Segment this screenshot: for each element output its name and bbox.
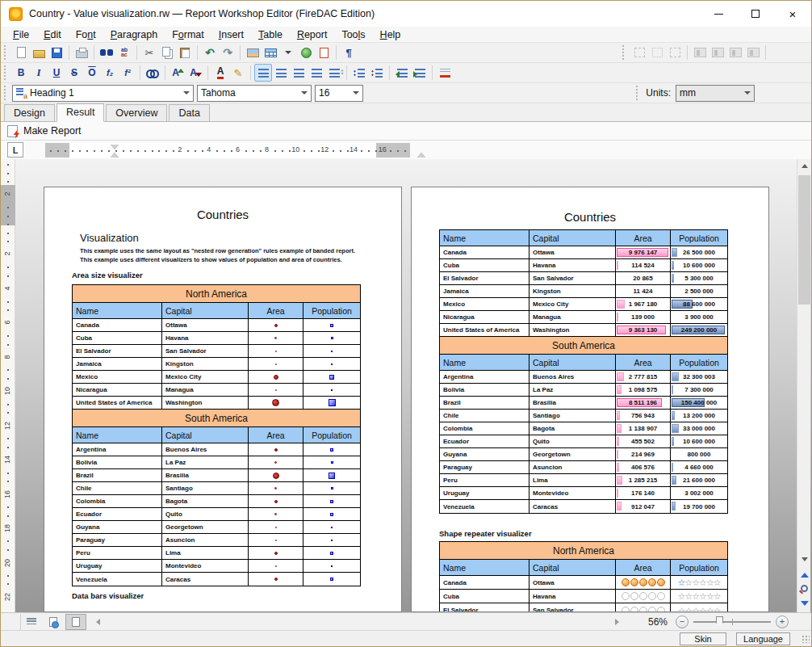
style-combo[interactable]: Heading 1: [12, 85, 194, 102]
tab-design[interactable]: Design: [4, 104, 55, 121]
font-shrink-button[interactable]: A: [186, 64, 204, 82]
columns-2-icon: [712, 48, 724, 57]
subscript-button[interactable]: f₂: [101, 64, 119, 82]
menu-help[interactable]: Help: [373, 27, 408, 43]
menu-paragraph[interactable]: Paragraph: [103, 27, 165, 43]
insert-image-button[interactable]: [244, 44, 262, 61]
right-indent-marker[interactable]: [417, 153, 425, 158]
underline-button[interactable]: U: [48, 64, 65, 82]
zoom-slider-thumb[interactable]: [716, 616, 723, 628]
vertical-scrollbar[interactable]: [797, 159, 810, 612]
cut-button[interactable]: ✂: [140, 44, 158, 61]
redo-button[interactable]: ↷: [219, 44, 236, 61]
population-value: 7 300 000: [671, 386, 727, 393]
left-indent-marker[interactable]: [111, 153, 119, 158]
numbered-list-button[interactable]: [368, 64, 386, 82]
superscript-button[interactable]: f²: [119, 64, 136, 82]
insert-table-button[interactable]: [262, 44, 279, 61]
bottom-border-button[interactable]: [436, 64, 454, 82]
horizontal-ruler: 246810121416: [45, 143, 410, 158]
undo-button[interactable]: ↶: [201, 44, 219, 61]
tab-stop-selector[interactable]: L: [7, 142, 23, 158]
menu-file[interactable]: File: [6, 27, 36, 43]
hyperlink-button[interactable]: [297, 44, 315, 61]
zoom-out-button[interactable]: −: [676, 615, 689, 628]
new-document-button[interactable]: [12, 44, 30, 61]
web-layout-button[interactable]: [43, 614, 64, 630]
menu-font[interactable]: Font: [69, 27, 103, 43]
resize-grip[interactable]: [802, 635, 810, 643]
paste-button[interactable]: [176, 44, 194, 61]
scroll-down-button[interactable]: [797, 552, 811, 566]
minimize-button[interactable]: [700, 1, 737, 27]
replace-button[interactable]: abac: [115, 44, 133, 61]
scroll-up-button[interactable]: [797, 159, 811, 173]
menu-edit[interactable]: Edit: [36, 27, 69, 43]
bold-button[interactable]: B: [12, 64, 30, 82]
font-size-combo[interactable]: 16: [315, 85, 363, 102]
align-center-button[interactable]: [272, 64, 290, 82]
units-combo[interactable]: mm: [676, 85, 755, 102]
skin-button[interactable]: Skin: [680, 632, 726, 645]
country-name-cell: Canada: [440, 246, 529, 258]
capital-cell: Havana: [529, 590, 616, 603]
close-button[interactable]: ×: [774, 1, 811, 27]
menu-report[interactable]: Report: [290, 27, 335, 43]
frame-1-icon: [634, 48, 645, 57]
align-justify-button[interactable]: [308, 64, 325, 82]
population-bar-cell: 33 000 000: [671, 422, 727, 435]
make-report-button[interactable]: Make Report: [23, 125, 82, 137]
tab-result[interactable]: Result: [57, 103, 104, 122]
font-grow-button[interactable]: A: [169, 64, 186, 82]
scroll-left-button[interactable]: [91, 615, 104, 629]
increase-indent-button[interactable]: [411, 64, 429, 82]
language-button[interactable]: Language: [736, 632, 790, 645]
copy-button[interactable]: [158, 44, 176, 61]
maximize-button[interactable]: [737, 1, 774, 27]
decrease-indent-button[interactable]: [393, 64, 411, 82]
first-line-indent-marker[interactable]: [111, 145, 119, 149]
ruler-tick: [7, 173, 9, 174]
font-combo[interactable]: Tahoma: [197, 85, 312, 102]
paste-special-button[interactable]: [315, 44, 333, 61]
align-right-button[interactable]: [290, 64, 308, 82]
align-left-button[interactable]: [254, 64, 272, 82]
menu-table[interactable]: Table: [251, 27, 290, 43]
previous-page-button[interactable]: [797, 568, 811, 582]
population-square: [331, 540, 333, 541]
capital-cell: Quito: [529, 435, 616, 447]
line-spacing-button[interactable]: [325, 64, 343, 82]
capital-cell: Havana: [529, 259, 616, 271]
highlight-button[interactable]: ✎: [229, 64, 247, 82]
formatting-marks-button[interactable]: ¶: [340, 44, 358, 61]
menu-insert[interactable]: Insert: [211, 27, 251, 43]
open-button[interactable]: [30, 44, 48, 61]
ruler-tick: [7, 549, 9, 551]
bullet-list-button[interactable]: [350, 64, 368, 82]
tab-data[interactable]: Data: [169, 104, 209, 121]
font-color-button[interactable]: A: [211, 64, 229, 82]
column-header: Capital: [162, 427, 249, 443]
menu-format[interactable]: Format: [165, 27, 211, 43]
glasses-button[interactable]: [144, 64, 161, 82]
page-layout-button[interactable]: [65, 614, 86, 630]
zoom-slider[interactable]: [693, 621, 771, 623]
table-dropdown-button[interactable]: [279, 44, 297, 61]
next-page-button[interactable]: [797, 596, 811, 610]
browse-object-button[interactable]: [797, 582, 811, 595]
overline-button[interactable]: O: [83, 64, 101, 82]
ruler-tick: [152, 150, 153, 152]
find-button[interactable]: [98, 44, 115, 61]
page-title: Countries: [44, 208, 401, 221]
scroll-right-button[interactable]: [611, 615, 624, 629]
paragraph-style-icon: [16, 88, 27, 98]
menu-tools[interactable]: Tools: [334, 27, 372, 43]
zoom-in-button[interactable]: +: [776, 615, 789, 628]
draft-view-button[interactable]: [20, 614, 41, 630]
italic-button[interactable]: I: [30, 64, 48, 82]
scrollbar-thumb[interactable]: [798, 175, 810, 305]
strikethrough-button[interactable]: S: [65, 64, 83, 82]
save-button[interactable]: [48, 44, 65, 61]
print-button[interactable]: [73, 44, 90, 61]
tab-overview[interactable]: Overview: [106, 104, 167, 121]
